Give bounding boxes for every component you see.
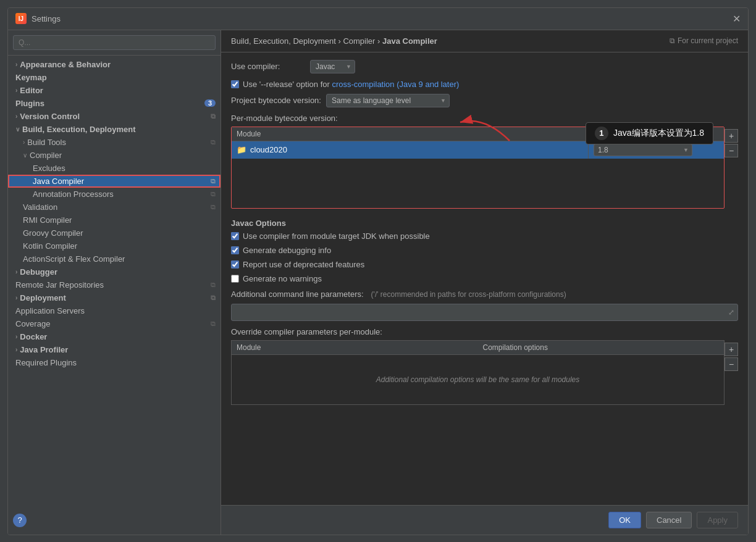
help-button[interactable]: ? — [13, 514, 27, 527]
sidebar-item-annotation-processors[interactable]: Annotation Processors ⧉ — [8, 188, 220, 201]
release-label: Use '--release' option for cross-compila… — [243, 80, 459, 89]
javac-options-section: Use compiler from module target JDK when… — [231, 231, 738, 283]
copy-icon: ⧉ — [211, 281, 216, 289]
sidebar-item-keymap[interactable]: Keymap — [8, 71, 220, 84]
sidebar-item-java-compiler[interactable]: Java Compiler ⧉ — [8, 175, 220, 188]
arrow-icon: › — [15, 269, 17, 275]
sidebar-item-actionscript-compiler[interactable]: ActionScript & Flex Compiler — [8, 252, 220, 265]
arrow-icon: › — [15, 294, 17, 301]
sidebar-item-plugins[interactable]: Plugins 3 — [8, 97, 220, 110]
sidebar-item-app-servers[interactable]: Application Servers — [8, 304, 220, 317]
module-table-container: Module Target bytecode version 📁 cloud20… — [231, 127, 738, 209]
checkbox-row-1: Use compiler from module target JDK when… — [231, 231, 738, 241]
module-table: Module Target bytecode version 📁 cloud20… — [231, 127, 724, 209]
use-compiler-select-wrapper: Javac Eclipse Ajc — [310, 60, 355, 73]
table-empty-space — [232, 159, 724, 208]
content-area: › Appearance & Behavior Keymap › Editor … — [8, 30, 748, 535]
javac-options-title: Javac Options — [231, 219, 738, 228]
breadcrumb-part3: Java Compiler — [382, 36, 437, 46]
override-hint-text: Additional compilation options will be t… — [376, 375, 580, 384]
arrow-icon: ∨ — [15, 126, 20, 133]
dialog-title: Settings — [32, 14, 61, 23]
release-checkbox-row: Use '--release' option for cross-compila… — [231, 80, 738, 89]
breadcrumb-part2: Compiler — [343, 36, 375, 46]
copy-icon: ⧉ — [211, 294, 216, 302]
target-header: Target bytecode version — [588, 127, 724, 141]
bytecode-version-select[interactable]: Same as language level — [326, 94, 450, 107]
generate-debug-checkbox[interactable] — [231, 246, 239, 254]
sidebar-item-validation[interactable]: Validation ⧉ — [8, 201, 220, 214]
sidebar-item-kotlin-compiler[interactable]: Kotlin Compiler — [8, 240, 220, 252]
sidebar-item-coverage[interactable]: Coverage ⧉ — [8, 317, 220, 330]
override-label: Override compiler parameters per-module: — [231, 327, 738, 336]
table-actions: + − — [724, 127, 738, 209]
remove-override-button[interactable]: − — [724, 357, 738, 371]
remove-module-button[interactable]: − — [724, 144, 738, 157]
use-compiler-select[interactable]: Javac Eclipse Ajc — [310, 60, 355, 73]
sidebar-item-version-control[interactable]: › Version Control ⧉ — [8, 110, 220, 123]
use-compiler-label: Use compiler: — [231, 62, 305, 71]
add-module-button[interactable]: + — [724, 129, 738, 143]
additional-params-hint: ('/' recommended in paths for cross-plat… — [371, 290, 566, 299]
generate-no-warnings-checkbox[interactable] — [231, 275, 239, 283]
params-input[interactable] — [231, 304, 738, 321]
target-select[interactable]: 1.8 11 15 16 17 — [594, 144, 692, 156]
override-table: Module Compilation options Additional co… — [231, 340, 724, 405]
settings-dialog: IJ Settings ✕ › Appearance & Behavior Ke… — [7, 7, 749, 535]
sidebar-item-build-exec[interactable]: ∨ Build, Execution, Deployment — [8, 123, 220, 136]
copy-icon: ⧉ — [211, 190, 216, 198]
override-table-body: Additional compilation options will be t… — [232, 355, 724, 404]
search-box — [8, 30, 220, 56]
target-cell: 1.8 11 15 16 17 — [588, 141, 724, 159]
search-input[interactable] — [13, 35, 216, 50]
checkbox-row-3: Report use of deprecated features — [231, 260, 738, 269]
close-button[interactable]: ✕ — [733, 13, 741, 25]
cancel-button[interactable]: Cancel — [646, 512, 692, 528]
add-override-button[interactable]: + — [724, 343, 738, 356]
override-module-header: Module — [232, 341, 478, 354]
override-options-header: Compilation options — [478, 341, 724, 354]
params-input-wrapper: ⤢ — [231, 304, 738, 321]
module-icon: 📁 — [237, 145, 246, 154]
params-label-row: Additional command line parameters: ('/'… — [231, 290, 738, 301]
sidebar-item-groovy-compiler[interactable]: Groovy Compiler — [8, 227, 220, 240]
footer: OK Cancel Apply — [221, 505, 748, 535]
sidebar-item-rmi-compiler[interactable]: RMI Compiler — [8, 214, 220, 227]
sidebar-item-debugger[interactable]: › Debugger — [8, 265, 220, 278]
title-bar: IJ Settings ✕ — [8, 8, 748, 30]
breadcrumb-sep2: › — [377, 36, 382, 46]
report-deprecated-label: Report use of deprecated features — [243, 260, 364, 269]
copy-icon: ⧉ — [211, 112, 216, 120]
app-icon: IJ — [15, 13, 27, 24]
generate-no-warnings-label: Generate no warnings — [243, 274, 322, 283]
sidebar-item-java-profiler[interactable]: › Java Profiler — [8, 343, 220, 356]
sidebar-item-docker[interactable]: › Docker — [8, 330, 220, 343]
release-checkbox[interactable] — [231, 80, 239, 88]
module-header: Module — [232, 127, 588, 141]
use-module-jdk-checkbox[interactable] — [231, 232, 239, 240]
use-module-jdk-label: Use compiler from module target JDK when… — [243, 231, 430, 241]
sidebar-item-appearance[interactable]: › Appearance & Behavior — [8, 58, 220, 71]
override-section: Override compiler parameters per-module:… — [231, 327, 738, 405]
sidebar: › Appearance & Behavior Keymap › Editor … — [8, 30, 221, 535]
expand-icon[interactable]: ⤢ — [728, 308, 734, 317]
bytecode-version-label: Project bytecode version: — [231, 96, 321, 105]
sidebar-item-editor[interactable]: › Editor — [8, 84, 220, 97]
breadcrumb-part1: Build, Execution, Deployment — [231, 36, 336, 46]
arrow-icon: › — [15, 346, 17, 353]
sidebar-item-deployment[interactable]: › Deployment ⧉ — [8, 291, 220, 304]
sidebar-item-compiler[interactable]: ∨ Compiler — [8, 149, 220, 162]
report-deprecated-checkbox[interactable] — [231, 261, 239, 269]
apply-button[interactable]: Apply — [697, 512, 738, 528]
sidebar-item-remote-jar[interactable]: Remote Jar Repositories ⧉ — [8, 278, 220, 291]
copy-icon: ⧉ — [211, 203, 216, 211]
ok-button[interactable]: OK — [608, 512, 641, 528]
table-body: 📁 cloud2020 1.8 11 15 — [232, 141, 724, 208]
arrow-icon: › — [15, 87, 17, 94]
sidebar-item-required-plugins[interactable]: Required Plugins — [8, 356, 220, 369]
sidebar-item-excludes[interactable]: Excludes — [8, 162, 220, 175]
copy-icon: ⧉ — [211, 320, 216, 328]
sidebar-item-build-tools[interactable]: › Build Tools ⧉ — [8, 136, 220, 149]
main-content: Use compiler: Javac Eclipse Ajc Use '--r… — [221, 52, 748, 505]
table-row[interactable]: 📁 cloud2020 1.8 11 15 — [232, 141, 724, 159]
